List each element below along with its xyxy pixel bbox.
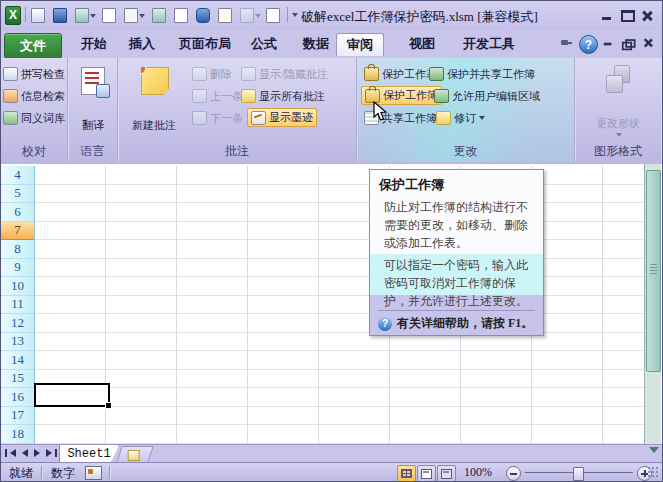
insert-worksheet-button[interactable] bbox=[116, 446, 154, 463]
cell-area[interactable] bbox=[35, 166, 645, 444]
page-layout-view-button[interactable] bbox=[417, 465, 436, 482]
tab-home[interactable]: 开始 bbox=[71, 33, 117, 55]
group-changes: 保护工作表 保护并共享工作簿 保护工作簿 允许用户编辑区域 共享工作簿 修订 更… bbox=[357, 58, 575, 162]
first-sheet-icon[interactable] bbox=[10, 449, 16, 457]
change-shape-button[interactable]: 更改形状 bbox=[592, 61, 644, 143]
track-changes-dropdown-icon bbox=[479, 116, 485, 120]
research-button[interactable]: 信息检索 bbox=[3, 87, 65, 105]
tab-formulas[interactable]: 公式 bbox=[241, 33, 287, 55]
row-header[interactable]: 13 bbox=[1, 333, 34, 352]
new-comment-button[interactable]: 新建批注 bbox=[128, 61, 180, 143]
find-icon[interactable] bbox=[195, 7, 211, 23]
scroll-down-icon[interactable] bbox=[649, 447, 659, 453]
row-header[interactable]: 14 bbox=[1, 351, 34, 370]
group-label-changes: 更改 bbox=[357, 143, 574, 160]
row-header[interactable]: 18 bbox=[1, 425, 34, 444]
show-all-comments-icon bbox=[241, 89, 256, 103]
row-header[interactable]: 5 bbox=[1, 185, 34, 204]
calendar-123-icon[interactable] bbox=[30, 7, 46, 23]
close-button[interactable] bbox=[640, 10, 654, 21]
insert-dropdown-icon[interactable] bbox=[139, 14, 145, 18]
print-preview-icon[interactable] bbox=[217, 7, 233, 23]
next-comment-button[interactable]: 下一条 bbox=[192, 109, 243, 127]
last-sheet-icon[interactable] bbox=[55, 449, 57, 457]
help-icon[interactable] bbox=[579, 35, 598, 54]
excel-logo-icon bbox=[5, 7, 21, 23]
sheet-tab-bar: Sheet1 bbox=[1, 444, 662, 463]
new-document-icon[interactable] bbox=[101, 7, 117, 23]
tooltip-divider bbox=[378, 310, 535, 311]
active-cell[interactable] bbox=[34, 383, 110, 407]
tab-file[interactable]: 文件 bbox=[4, 33, 62, 59]
save-icon[interactable] bbox=[52, 7, 68, 23]
show-all-comments-button[interactable]: 显示所有批注 bbox=[241, 87, 325, 105]
custom-sort-icon[interactable] bbox=[265, 7, 281, 23]
previous-comment-button[interactable]: 上一条 bbox=[192, 87, 243, 105]
tab-developer[interactable]: 开发工具 bbox=[453, 33, 525, 55]
show-hide-comment-button[interactable]: 显示/隐藏批注 bbox=[241, 65, 328, 83]
show-ink-button[interactable]: 显示墨迹 bbox=[247, 108, 317, 127]
tooltip-body-2: 可以指定一个密码，输入此密码可取消对工作簿的保护，并允许进行上述更改。 bbox=[384, 256, 534, 310]
copies-icon[interactable] bbox=[151, 7, 167, 23]
tab-review[interactable]: 审阅 bbox=[336, 33, 384, 56]
protect-sheet-button[interactable]: 保护工作表 bbox=[364, 65, 437, 83]
page-break-view-button[interactable] bbox=[437, 465, 456, 482]
ribbon: 拼写检查 信息检索 同义词库 校对 翻译 语言 新建批注 删除 上一 bbox=[1, 58, 662, 166]
tab-data[interactable]: 数据 bbox=[293, 33, 339, 55]
zoom-slider-thumb[interactable] bbox=[573, 467, 584, 481]
row-header[interactable]: 4 bbox=[1, 166, 34, 185]
allow-edit-ranges-button[interactable]: 允许用户编辑区域 bbox=[434, 87, 540, 105]
zoom-level[interactable]: 100% bbox=[464, 465, 492, 480]
row-header[interactable]: 10 bbox=[1, 277, 34, 296]
tab-insert[interactable]: 插入 bbox=[119, 33, 165, 55]
row-header[interactable]: 17 bbox=[1, 407, 34, 426]
pin-ribbon-icon[interactable] bbox=[559, 38, 573, 50]
last-sheet-icon[interactable] bbox=[46, 449, 52, 457]
normal-view-button[interactable] bbox=[397, 465, 416, 482]
tooltip-help-icon bbox=[378, 317, 392, 331]
status-separator bbox=[109, 466, 110, 479]
first-sheet-icon[interactable] bbox=[5, 449, 7, 457]
row-header[interactable]: 12 bbox=[1, 314, 34, 333]
redo-icon[interactable] bbox=[74, 7, 90, 23]
workbook-close-button[interactable] bbox=[642, 38, 654, 47]
qat-menu-icon[interactable] bbox=[292, 13, 298, 17]
macro-record-icon[interactable] bbox=[85, 466, 102, 480]
delete-comment-button[interactable]: 删除 bbox=[192, 65, 232, 83]
minimize-button[interactable] bbox=[600, 10, 614, 21]
sheet-tab-sheet1[interactable]: Sheet1 bbox=[59, 445, 119, 463]
redo-dropdown-icon[interactable] bbox=[90, 14, 96, 18]
table-icon[interactable] bbox=[173, 7, 189, 23]
tab-view[interactable]: 视图 bbox=[399, 33, 445, 55]
vertical-scrollbar-thumb[interactable] bbox=[646, 170, 661, 372]
insert-cells-icon[interactable] bbox=[123, 7, 139, 23]
group-language: 翻译 语言 bbox=[68, 58, 118, 162]
zoom-out-icon[interactable] bbox=[506, 466, 521, 481]
row-header[interactable]: 11 bbox=[1, 296, 34, 315]
row-header[interactable]: 9 bbox=[1, 259, 34, 278]
previous-sheet-icon[interactable] bbox=[22, 449, 28, 457]
row-header[interactable]: 15 bbox=[1, 370, 34, 389]
undo-icon[interactable] bbox=[239, 7, 255, 23]
allow-edit-ranges-icon bbox=[434, 89, 449, 103]
row-header-selected[interactable]: 7 bbox=[1, 222, 34, 241]
thesaurus-button[interactable]: 同义词库 bbox=[3, 109, 65, 127]
window-resize-grip[interactable] bbox=[647, 466, 660, 479]
track-changes-button[interactable]: 修订 bbox=[436, 109, 485, 127]
tab-page-layout[interactable]: 页面布局 bbox=[169, 33, 241, 55]
next-sheet-icon[interactable] bbox=[34, 449, 40, 457]
new-comment-icon bbox=[141, 67, 169, 95]
translate-button[interactable]: 翻译 bbox=[67, 61, 119, 143]
row-headers: 4 5 6 7 8 9 10 11 12 13 14 15 16 17 18 bbox=[1, 166, 35, 444]
undo-dropdown-icon[interactable] bbox=[255, 14, 261, 18]
maximize-button[interactable] bbox=[621, 10, 635, 22]
spelling-button[interactable]: 拼写检查 bbox=[3, 65, 65, 83]
protect-and-share-workbook-button[interactable]: 保护并共享工作簿 bbox=[429, 65, 535, 83]
row-header[interactable]: 6 bbox=[1, 203, 34, 222]
workbook-restore-button[interactable] bbox=[622, 42, 632, 51]
vertical-scrollbar[interactable] bbox=[644, 164, 661, 461]
row-header[interactable]: 8 bbox=[1, 240, 34, 259]
workbook-minimize-button[interactable] bbox=[602, 37, 614, 46]
tooltip-body-1: 防止对工作簿的结构进行不需要的更改，如移动、删除或添加工作表。 bbox=[384, 198, 534, 252]
row-header[interactable]: 16 bbox=[1, 388, 34, 407]
